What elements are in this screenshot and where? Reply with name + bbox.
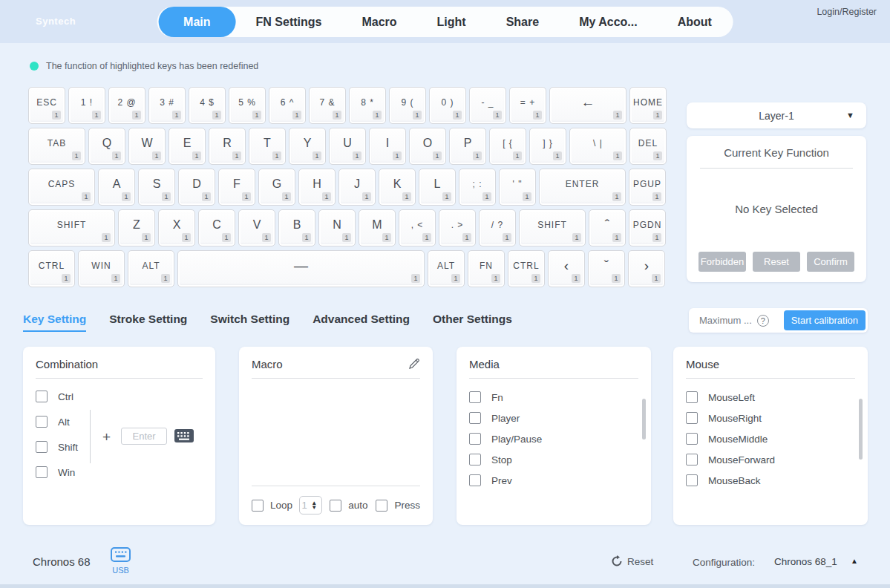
mouse-item-mouseforward[interactable]: MouseForward bbox=[686, 454, 855, 466]
modifier-item-alt[interactable]: Alt bbox=[36, 416, 78, 428]
key-o[interactable]: O1 bbox=[409, 128, 446, 165]
tab-advanced-setting[interactable]: Advanced Setting bbox=[313, 313, 410, 332]
confirm-button[interactable]: Confirm bbox=[807, 252, 854, 272]
mouse-item-mouseright[interactable]: MouseRight bbox=[686, 412, 855, 424]
key-n[interactable]: N1 bbox=[318, 209, 356, 246]
key-a[interactable]: A1 bbox=[98, 169, 135, 206]
media-checkbox-play-pause[interactable] bbox=[469, 433, 481, 445]
key-sym[interactable]: , <1 bbox=[399, 209, 436, 246]
key-b[interactable]: B1 bbox=[278, 209, 315, 246]
media-checkbox-fn[interactable] bbox=[469, 391, 481, 403]
loop-checkbox[interactable] bbox=[252, 500, 264, 512]
mouse-checkbox-mousemiddle[interactable] bbox=[686, 433, 698, 445]
key-u[interactable]: U1 bbox=[329, 128, 366, 165]
mouse-checkbox-mouseback[interactable] bbox=[686, 474, 698, 486]
key-shift[interactable]: SHIFT1 bbox=[28, 209, 115, 246]
key-pgup[interactable]: PGUP1 bbox=[629, 169, 666, 206]
configuration-value[interactable]: Chronos 68_1 bbox=[774, 556, 837, 567]
tab-switch-setting[interactable]: Switch Setting bbox=[210, 313, 289, 332]
mouse-item-mouseleft[interactable]: MouseLeft bbox=[686, 391, 855, 403]
key-sym[interactable]: ›1 bbox=[628, 250, 665, 287]
combination-key-input[interactable] bbox=[121, 428, 167, 445]
reset-config-button[interactable]: Reset bbox=[611, 555, 653, 567]
key-3[interactable]: 3 #1 bbox=[148, 87, 186, 124]
modifier-item-shift[interactable]: Shift bbox=[36, 441, 78, 453]
key-8[interactable]: 8 *1 bbox=[349, 87, 386, 124]
key-z[interactable]: Z1 bbox=[118, 209, 155, 246]
key-sym[interactable]: / ?1 bbox=[479, 209, 516, 246]
modifier-item-ctrl[interactable]: Ctrl bbox=[36, 391, 78, 402]
modifier-checkbox-win[interactable] bbox=[36, 466, 48, 478]
nav-tab-fn-settings[interactable]: FN Settings bbox=[236, 7, 342, 37]
key-sym[interactable]: ˆ1 bbox=[589, 209, 626, 246]
spinner-arrows-icon[interactable]: ▲▼ bbox=[309, 501, 319, 510]
modifier-checkbox-alt[interactable] bbox=[36, 416, 48, 428]
auto-checkbox[interactable] bbox=[330, 500, 341, 512]
key-9[interactable]: 9 (1 bbox=[389, 87, 426, 124]
nav-tab-about[interactable]: About bbox=[658, 7, 732, 37]
key-2[interactable]: 2 @1 bbox=[108, 87, 145, 124]
key-esc[interactable]: ESC1 bbox=[28, 87, 65, 124]
key-sym[interactable]: —1 bbox=[177, 250, 425, 287]
key-h[interactable]: H1 bbox=[298, 169, 336, 206]
media-item-fn[interactable]: Fn bbox=[469, 391, 638, 403]
media-checkbox-stop[interactable] bbox=[469, 454, 481, 466]
mouse-item-mousemiddle[interactable]: MouseMiddle bbox=[686, 433, 855, 445]
key-l[interactable]: L1 bbox=[419, 169, 456, 206]
nav-tab-share[interactable]: Share bbox=[486, 7, 559, 37]
key-fn[interactable]: FN1 bbox=[468, 250, 505, 287]
key-e[interactable]: E1 bbox=[168, 128, 206, 165]
modifier-item-win[interactable]: Win bbox=[36, 466, 78, 478]
key-caps[interactable]: CAPS1 bbox=[28, 169, 95, 206]
key-alt[interactable]: ALT1 bbox=[428, 250, 465, 287]
key-tab[interactable]: TAB1 bbox=[28, 128, 85, 165]
key-shift[interactable]: SHIFT1 bbox=[519, 209, 586, 246]
key-alt[interactable]: ALT1 bbox=[128, 250, 174, 287]
key-sym[interactable]: ] }1 bbox=[529, 128, 566, 165]
usb-connection[interactable]: USB bbox=[111, 547, 131, 575]
modifier-checkbox-ctrl[interactable] bbox=[36, 391, 48, 402]
media-item-player[interactable]: Player bbox=[469, 412, 638, 424]
key-sym[interactable]: \ |1 bbox=[569, 128, 626, 165]
key-v[interactable]: V1 bbox=[238, 209, 275, 246]
key-x[interactable]: X1 bbox=[158, 209, 195, 246]
key-del[interactable]: DEL1 bbox=[629, 128, 667, 165]
key-sym[interactable]: . >1 bbox=[439, 209, 476, 246]
key-w[interactable]: W1 bbox=[128, 128, 166, 165]
nav-tab-light[interactable]: Light bbox=[417, 7, 486, 37]
media-checkbox-prev[interactable] bbox=[469, 474, 481, 486]
key-k[interactable]: K1 bbox=[379, 169, 416, 206]
reset-key-button[interactable]: Reset bbox=[753, 252, 800, 272]
key-6[interactable]: 6 ^1 bbox=[269, 87, 306, 124]
keyboard-icon[interactable] bbox=[174, 429, 194, 442]
tab-stroke-setting[interactable]: Stroke Setting bbox=[109, 313, 187, 332]
key-1[interactable]: 1 !1 bbox=[68, 87, 105, 124]
start-calibration-button[interactable]: Start calibration bbox=[784, 310, 866, 330]
key-7[interactable]: 7 &1 bbox=[309, 87, 346, 124]
help-icon[interactable]: ? bbox=[757, 315, 769, 327]
layer-select[interactable]: Layer-1 ▼ bbox=[687, 102, 866, 128]
mouse-item-mouseback[interactable]: MouseBack bbox=[686, 474, 855, 486]
tab-other-settings[interactable]: Other Settings bbox=[433, 313, 512, 332]
key-sym[interactable]: = +1 bbox=[509, 87, 546, 124]
tab-key-setting[interactable]: Key Setting bbox=[23, 313, 86, 332]
key-sym[interactable]: ←1 bbox=[549, 87, 626, 124]
key-t[interactable]: T1 bbox=[249, 128, 286, 165]
key-g[interactable]: G1 bbox=[258, 169, 295, 206]
media-item-stop[interactable]: Stop bbox=[469, 454, 638, 466]
mouse-checkbox-mouseright[interactable] bbox=[686, 412, 698, 424]
key-p[interactable]: P1 bbox=[449, 128, 486, 165]
key-j[interactable]: J1 bbox=[338, 169, 376, 206]
key-c[interactable]: C1 bbox=[198, 209, 235, 246]
mouse-checkbox-mouseleft[interactable] bbox=[686, 391, 698, 403]
key-5[interactable]: 5 %1 bbox=[229, 87, 266, 124]
media-item-prev[interactable]: Prev bbox=[469, 474, 638, 486]
key-sym[interactable]: [ {1 bbox=[489, 128, 526, 165]
key-ctrl[interactable]: CTRL1 bbox=[28, 250, 75, 287]
key-s[interactable]: S1 bbox=[138, 169, 175, 206]
key-f[interactable]: F1 bbox=[218, 169, 255, 206]
key-ctrl[interactable]: CTRL1 bbox=[508, 250, 545, 287]
press-checkbox[interactable] bbox=[376, 500, 387, 512]
nav-tab-macro[interactable]: Macro bbox=[341, 7, 416, 37]
key-4[interactable]: 4 $1 bbox=[189, 87, 226, 124]
